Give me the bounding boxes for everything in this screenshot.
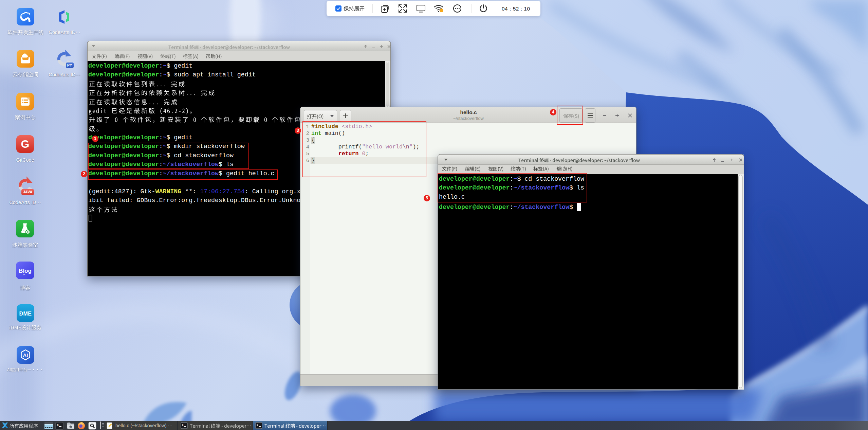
svg-text:AI: AI [23,352,28,358]
svg-text:G: G [21,138,30,150]
svg-text:Blog: Blog [19,268,32,274]
svg-text:DME: DME [19,311,32,317]
